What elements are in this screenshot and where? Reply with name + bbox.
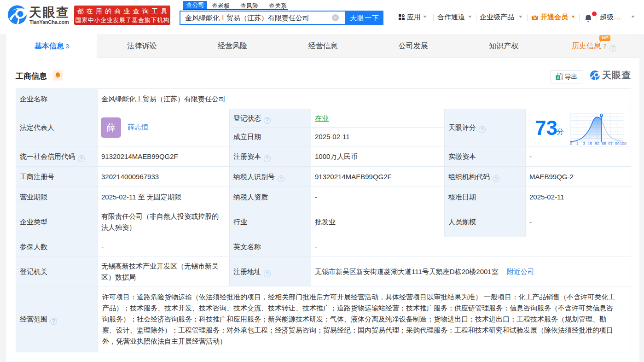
svg-text:97: 97 — [608, 141, 613, 146]
svg-text:100: 100 — [620, 141, 627, 146]
svg-text:X: X — [557, 76, 559, 80]
svg-text:1: 1 — [576, 141, 578, 146]
svg-text:15: 15 — [588, 141, 592, 146]
svg-text:3: 3 — [583, 141, 585, 146]
svg-text:0: 0 — [570, 141, 572, 146]
svg-text:85: 85 — [602, 141, 606, 146]
svg-text:99: 99 — [615, 141, 620, 146]
svg-text:50: 50 — [595, 141, 600, 146]
